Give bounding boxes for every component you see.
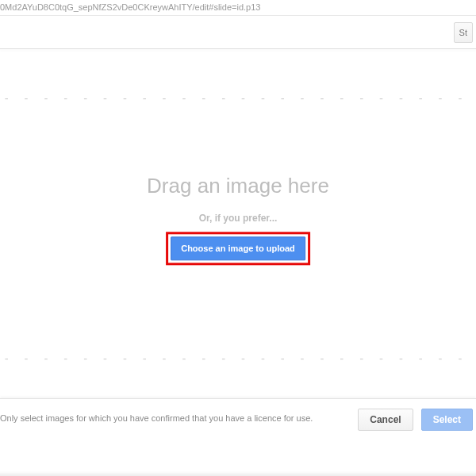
upload-button-highlight: Choose an image to upload bbox=[166, 232, 310, 265]
dialog-footer: Only select images for which you have co… bbox=[0, 398, 476, 460]
bottom-shadow bbox=[0, 471, 476, 476]
drop-zone-title: Drag an image here bbox=[147, 174, 329, 198]
toolbar-strip: St bbox=[0, 16, 476, 49]
url-text: 0Md2AYuD8C0tqG_sepNfZS2vDe0CKreywAhITY/e… bbox=[0, 2, 260, 12]
drop-zone-subtitle: Or, if you prefer... bbox=[147, 213, 329, 224]
spacer bbox=[0, 362, 476, 398]
footer-actions: Cancel Select bbox=[358, 409, 473, 431]
drop-zone-border-top: - - - - - - - - - - - - - - - - - - - - … bbox=[3, 92, 473, 102]
cancel-button[interactable]: Cancel bbox=[358, 409, 413, 431]
toolbar-right-button[interactable]: St bbox=[454, 22, 473, 43]
url-bar: 0Md2AYuD8C0tqG_sepNfZS2vDe0CKreywAhITY/e… bbox=[0, 0, 476, 16]
drop-zone-border-bottom: - - - - - - - - - - - - - - - - - - - - … bbox=[3, 352, 473, 362]
drop-zone-content: Drag an image here Or, if you prefer... … bbox=[147, 174, 329, 265]
choose-image-upload-button[interactable]: Choose an image to upload bbox=[171, 236, 305, 260]
select-button[interactable]: Select bbox=[421, 409, 473, 431]
spacer bbox=[0, 49, 476, 92]
image-drop-zone[interactable]: - - - - - - - - - - - - - - - - - - - - … bbox=[3, 92, 473, 362]
